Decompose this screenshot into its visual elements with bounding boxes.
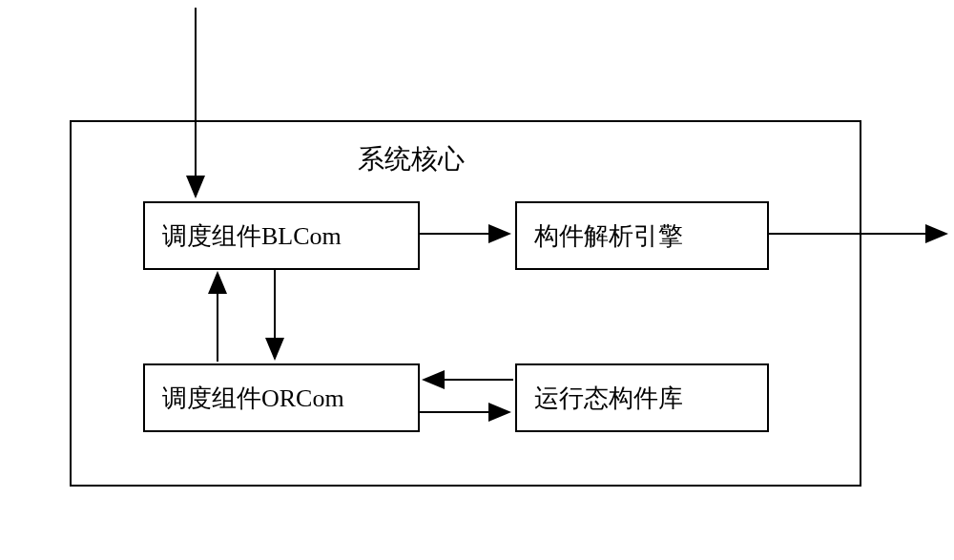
box-engine-label: 构件解析引擎: [534, 219, 683, 253]
box-engine: 构件解析引擎: [515, 201, 769, 270]
box-blcom-label: 调度组件BLCom: [162, 219, 342, 253]
box-blcom: 调度组件BLCom: [143, 201, 420, 270]
box-orcom: 调度组件ORCom: [143, 363, 420, 432]
container-title: 系统核心: [358, 141, 465, 177]
box-lib-label: 运行态构件库: [534, 382, 683, 415]
box-orcom-label: 调度组件ORCom: [162, 382, 344, 415]
box-lib: 运行态构件库: [515, 363, 769, 432]
system-core-container: 系统核心 调度组件BLCom 构件解析引擎 调度组件ORCom 运行态构件库: [70, 120, 861, 487]
